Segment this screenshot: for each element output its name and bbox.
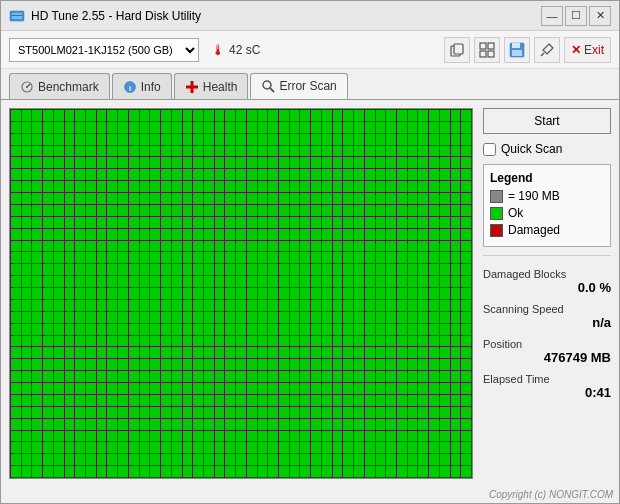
- grid-cell: [215, 383, 225, 394]
- grid-cell: [343, 252, 353, 263]
- toolbar-btn-2[interactable]: [474, 37, 500, 63]
- grid-cell: [150, 407, 160, 418]
- grid-cell: [193, 336, 203, 347]
- grid-cell: [215, 193, 225, 204]
- grid-cell: [322, 419, 332, 430]
- grid-cell: [247, 157, 257, 168]
- grid-cell: [440, 146, 450, 157]
- tab-benchmark[interactable]: Benchmark: [9, 73, 110, 99]
- grid-cell: [343, 324, 353, 335]
- grid-cell: [107, 229, 117, 240]
- grid-cell: [408, 146, 418, 157]
- grid-cell: [258, 193, 268, 204]
- grid-cell: [204, 146, 214, 157]
- grid-cell: [140, 181, 150, 192]
- grid-cell: [161, 395, 171, 406]
- toolbar-btn-1[interactable]: [444, 37, 470, 63]
- grid-cell: [451, 336, 461, 347]
- grid-cell: [258, 419, 268, 430]
- grid-cell: [386, 336, 396, 347]
- grid-cell: [354, 276, 364, 287]
- grid-cell: [32, 347, 42, 358]
- grid-cell: [386, 419, 396, 430]
- grid-cell: [311, 419, 321, 430]
- grid-cell: [161, 229, 171, 240]
- grid-cell: [129, 312, 139, 323]
- grid-cell: [333, 122, 343, 133]
- grid-cell: [183, 205, 193, 216]
- minimize-button[interactable]: —: [541, 6, 563, 26]
- grid-cell: [129, 157, 139, 168]
- toolbar-btn-4[interactable]: [534, 37, 560, 63]
- grid-cell: [365, 157, 375, 168]
- grid-cell: [86, 122, 96, 133]
- grid-cell: [333, 205, 343, 216]
- toolbar-btn-3[interactable]: [504, 37, 530, 63]
- grid-cell: [247, 359, 257, 370]
- grid-cell: [75, 157, 85, 168]
- grid-cell: [451, 324, 461, 335]
- grid-cell: [268, 431, 278, 442]
- grid-cell: [461, 169, 471, 180]
- grid-cell: [343, 347, 353, 358]
- legend-item-label: Damaged: [508, 223, 560, 237]
- disk-select[interactable]: ST500LM021-1KJ152 (500 GB): [9, 38, 199, 62]
- grid-cell: [161, 383, 171, 394]
- grid-cell: [354, 110, 364, 121]
- grid-cell: [183, 300, 193, 311]
- grid-cell: [461, 336, 471, 347]
- grid-cell: [354, 324, 364, 335]
- grid-cell: [150, 383, 160, 394]
- grid-cell: [54, 454, 64, 465]
- grid-cell: [440, 359, 450, 370]
- grid-cell: [429, 336, 439, 347]
- grid-cell: [440, 419, 450, 430]
- grid-cell: [290, 324, 300, 335]
- grid-cell: [451, 146, 461, 157]
- close-button[interactable]: ✕: [589, 6, 611, 26]
- exit-button[interactable]: ✕ Exit: [564, 37, 611, 63]
- grid-cell: [354, 229, 364, 240]
- grid-cell: [397, 431, 407, 442]
- grid-cell: [461, 252, 471, 263]
- grid-cell: [204, 169, 214, 180]
- grid-cell: [397, 276, 407, 287]
- grid-cell: [300, 442, 310, 453]
- grid-cell: [258, 122, 268, 133]
- quick-scan-checkbox[interactable]: [483, 143, 496, 156]
- grid-cell: [440, 241, 450, 252]
- grid-cell: [183, 336, 193, 347]
- grid-cell: [290, 217, 300, 228]
- grid-cell: [65, 157, 75, 168]
- tab-info[interactable]: i Info: [112, 73, 172, 99]
- grid-cell: [429, 205, 439, 216]
- window-controls: — ☐ ✕: [541, 6, 611, 26]
- grid-cell: [32, 169, 42, 180]
- grid-cell: [376, 442, 386, 453]
- grid-cell: [225, 181, 235, 192]
- start-button[interactable]: Start: [483, 108, 611, 134]
- grid-cell: [236, 193, 246, 204]
- grid-cell: [268, 264, 278, 275]
- grid-cell: [268, 371, 278, 382]
- grid-cell: [258, 359, 268, 370]
- svg-rect-7: [480, 51, 486, 57]
- maximize-button[interactable]: ☐: [565, 6, 587, 26]
- grid-cell: [397, 169, 407, 180]
- grid-cell: [215, 347, 225, 358]
- grid-cell: [75, 241, 85, 252]
- tab-error-scan[interactable]: Error Scan: [250, 73, 347, 99]
- tab-health[interactable]: Health: [174, 73, 249, 99]
- grid-cell: [97, 181, 107, 192]
- grid-cell: [86, 146, 96, 157]
- grid-cell: [65, 193, 75, 204]
- grid-cell: [343, 395, 353, 406]
- grid-cell: [343, 122, 353, 133]
- grid-cell: [225, 347, 235, 358]
- grid-cell: [290, 122, 300, 133]
- grid-cell: [258, 276, 268, 287]
- grid-cell: [65, 110, 75, 121]
- grid-cell: [43, 466, 53, 477]
- title-bar-left: HD Tune 2.55 - Hard Disk Utility: [9, 8, 201, 24]
- grid-cell: [311, 122, 321, 133]
